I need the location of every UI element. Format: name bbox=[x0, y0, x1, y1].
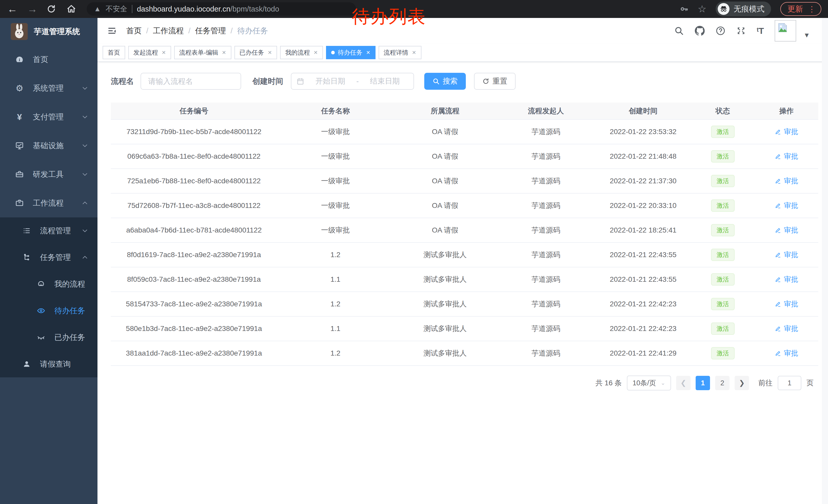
breadcrumb-task-mgmt[interactable]: 任务管理 bbox=[195, 26, 226, 36]
close-icon[interactable]: ✕ bbox=[268, 49, 272, 56]
github-icon[interactable] bbox=[695, 26, 705, 36]
cell-starter: 芋道源码 bbox=[496, 120, 595, 144]
approve-link[interactable]: 审批 bbox=[775, 324, 798, 333]
status-badge: 激活 bbox=[711, 126, 735, 138]
search-button[interactable]: 搜索 bbox=[424, 73, 466, 90]
approve-link[interactable]: 审批 bbox=[775, 127, 798, 137]
browser-home-icon[interactable] bbox=[67, 4, 78, 13]
sidebar-item-devtools[interactable]: 研发工具 bbox=[0, 160, 97, 189]
approve-link[interactable]: 审批 bbox=[775, 349, 798, 358]
scrollbar-track[interactable] bbox=[822, 18, 828, 504]
close-icon[interactable]: ✕ bbox=[412, 49, 416, 56]
cell-task-id: 8f0d1619-7ac8-11ec-a9e2-a2380e71991a bbox=[111, 242, 277, 267]
browser-forward-icon[interactable]: → bbox=[27, 4, 38, 14]
browser-menu-icon[interactable]: ⋮ bbox=[808, 5, 816, 13]
page-size-value: 10条/页 bbox=[632, 378, 656, 387]
tab-todo-tasks[interactable]: 待办任务✕ bbox=[326, 46, 376, 59]
page-button-1[interactable]: 1 bbox=[696, 376, 710, 390]
cell-process: 测试多审批人 bbox=[394, 267, 496, 292]
breadcrumb-current: 待办任务 bbox=[237, 26, 268, 36]
approve-link[interactable]: 审批 bbox=[775, 176, 798, 186]
close-icon[interactable]: ✕ bbox=[162, 49, 166, 56]
close-icon[interactable]: ✕ bbox=[222, 49, 226, 56]
table-row: 73211d9d-7b9b-11ec-b5b7-acde48001122 一级审… bbox=[111, 120, 818, 144]
approve-link[interactable]: 审批 bbox=[775, 299, 798, 309]
cell-task-id: 580e1b3d-7ac8-11ec-a9e2-a2380e71991a bbox=[111, 316, 277, 341]
insecure-warning-icon: ▲ bbox=[94, 5, 101, 13]
approve-link[interactable]: 审批 bbox=[775, 151, 798, 161]
cell-process: OA 请假 bbox=[394, 144, 496, 169]
tab-home[interactable]: 首页 bbox=[102, 46, 125, 59]
tab-process-detail[interactable]: 流程详情✕ bbox=[379, 46, 421, 59]
approve-link[interactable]: 审批 bbox=[775, 225, 798, 235]
update-button[interactable]: 更新 ⋮ bbox=[780, 2, 821, 16]
approve-label: 审批 bbox=[784, 201, 798, 211]
app-logo-row[interactable]: 芋道管理系统 bbox=[0, 18, 97, 45]
sidebar-item-process-mgmt[interactable]: 流程管理 bbox=[0, 217, 97, 244]
breadcrumb: 首页 / 工作流程 / 任务管理 / 待办任务 bbox=[126, 26, 268, 36]
sidebar-item-home[interactable]: 首页 bbox=[0, 45, 97, 74]
avatar[interactable] bbox=[775, 20, 796, 42]
sidebar-item-todo-tasks[interactable]: 待办任务 bbox=[0, 297, 97, 324]
sidebar-item-leave-query[interactable]: 请假查询 bbox=[0, 351, 97, 377]
close-icon[interactable]: ✕ bbox=[314, 49, 318, 56]
status-badge: 激活 bbox=[711, 273, 735, 286]
tab-form-edit[interactable]: 流程表单-编辑✕ bbox=[174, 46, 232, 59]
close-icon[interactable]: ✕ bbox=[366, 49, 370, 56]
bookmark-star-icon[interactable]: ☆ bbox=[698, 3, 706, 15]
browser-back-icon[interactable]: ← bbox=[7, 4, 18, 14]
status-badge: 激活 bbox=[711, 150, 735, 163]
tab-my-process[interactable]: 我的流程✕ bbox=[280, 46, 323, 59]
tab-start-process[interactable]: 发起流程✕ bbox=[128, 46, 171, 59]
table-row: 58154733-7ac8-11ec-a9e2-a2380e71991a 1.2… bbox=[111, 292, 818, 316]
sidebar-collapse-icon[interactable] bbox=[107, 26, 117, 36]
breadcrumb-home[interactable]: 首页 bbox=[126, 26, 141, 36]
avatar-caret-icon[interactable]: ▼ bbox=[803, 31, 810, 39]
col-create-time: 创建时间 bbox=[595, 102, 691, 120]
fullscreen-icon[interactable] bbox=[736, 26, 746, 36]
cell-process: 测试多审批人 bbox=[394, 242, 496, 267]
next-page-button[interactable]: ❯ bbox=[735, 376, 749, 390]
page-button-2[interactable]: 2 bbox=[715, 376, 730, 390]
sidebar-item-task-mgmt[interactable]: 任务管理 bbox=[0, 244, 97, 271]
cell-task-id: 8f059c03-7ac8-11ec-a9e2-a2380e71991a bbox=[111, 267, 277, 292]
sidebar-item-system[interactable]: ⚙ 系统管理 bbox=[0, 74, 97, 102]
password-key-icon[interactable] bbox=[680, 5, 689, 13]
cell-task-name: 1.1 bbox=[277, 267, 394, 292]
sidebar-item-workflow[interactable]: 工作流程 bbox=[0, 189, 97, 217]
reset-button[interactable]: 重置 bbox=[474, 73, 515, 90]
browser-reload-icon[interactable] bbox=[47, 4, 58, 13]
sidebar-item-label: 请假查询 bbox=[40, 359, 71, 369]
goto-page-input[interactable] bbox=[778, 376, 801, 390]
sidebar: 芋道管理系统 首页 ⚙ 系统管理 ¥ 支付管理 基础设施 bbox=[0, 18, 97, 504]
page-size-select[interactable]: 10条/页 ⌄ bbox=[627, 375, 671, 391]
process-name-input[interactable] bbox=[140, 73, 241, 90]
approve-link[interactable]: 审批 bbox=[775, 201, 798, 211]
approve-link[interactable]: 审批 bbox=[775, 250, 798, 260]
cell-create-time: 2022-01-22 20:33:10 bbox=[595, 193, 691, 218]
col-task-name: 任务名称 bbox=[277, 102, 394, 120]
process-name-label: 流程名 bbox=[111, 76, 134, 87]
status-badge: 激活 bbox=[711, 224, 735, 236]
cell-starter: 芋道源码 bbox=[496, 193, 595, 218]
prev-page-button[interactable]: ❮ bbox=[676, 376, 691, 390]
search-icon[interactable] bbox=[674, 26, 684, 36]
approve-link[interactable]: 审批 bbox=[775, 275, 798, 284]
create-time-label: 创建时间 bbox=[252, 76, 283, 87]
monitor-icon bbox=[14, 141, 25, 150]
sidebar-item-payment[interactable]: ¥ 支付管理 bbox=[0, 102, 97, 131]
sidebar-item-done-tasks[interactable]: 已办任务 bbox=[0, 324, 97, 351]
cell-task-name: 1.2 bbox=[277, 292, 394, 316]
breadcrumb-workflow[interactable]: 工作流程 bbox=[153, 26, 184, 36]
tab-done-tasks[interactable]: 已办任务✕ bbox=[235, 46, 277, 59]
toolbox-icon bbox=[14, 170, 25, 179]
font-size-icon[interactable]: ᵗT bbox=[757, 26, 764, 36]
briefcase-icon bbox=[14, 199, 25, 208]
sidebar-item-infra[interactable]: 基础设施 bbox=[0, 131, 97, 160]
help-icon[interactable] bbox=[716, 26, 726, 36]
sidebar-item-my-process[interactable]: 我的流程 bbox=[0, 271, 97, 297]
date-range-picker[interactable]: 开始日期 - 结束日期 bbox=[291, 73, 414, 90]
address-bar[interactable]: ▲ 不安全 dashboard.yudao.iocoder.cn/bpm/tas… bbox=[87, 2, 356, 16]
tab-label: 待办任务 bbox=[338, 48, 363, 57]
update-label: 更新 bbox=[787, 4, 803, 14]
